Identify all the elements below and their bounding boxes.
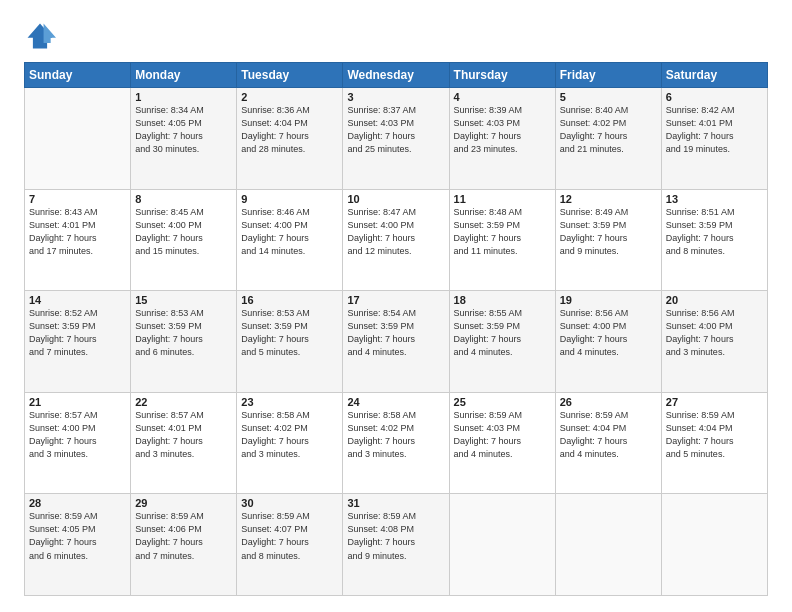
calendar-cell: 18Sunrise: 8:55 AM Sunset: 3:59 PM Dayli… <box>449 291 555 393</box>
day-info: Sunrise: 8:49 AM Sunset: 3:59 PM Dayligh… <box>560 206 657 258</box>
calendar-cell: 31Sunrise: 8:59 AM Sunset: 4:08 PM Dayli… <box>343 494 449 596</box>
calendar-cell: 23Sunrise: 8:58 AM Sunset: 4:02 PM Dayli… <box>237 392 343 494</box>
col-header-saturday: Saturday <box>661 63 767 88</box>
day-info: Sunrise: 8:48 AM Sunset: 3:59 PM Dayligh… <box>454 206 551 258</box>
day-number: 18 <box>454 294 551 306</box>
day-number: 3 <box>347 91 444 103</box>
calendar-header-row: SundayMondayTuesdayWednesdayThursdayFrid… <box>25 63 768 88</box>
day-number: 23 <box>241 396 338 408</box>
calendar-cell: 15Sunrise: 8:53 AM Sunset: 3:59 PM Dayli… <box>131 291 237 393</box>
col-header-sunday: Sunday <box>25 63 131 88</box>
day-number: 6 <box>666 91 763 103</box>
day-info: Sunrise: 8:56 AM Sunset: 4:00 PM Dayligh… <box>560 307 657 359</box>
calendar-cell: 26Sunrise: 8:59 AM Sunset: 4:04 PM Dayli… <box>555 392 661 494</box>
calendar-cell <box>661 494 767 596</box>
day-number: 1 <box>135 91 232 103</box>
calendar-cell: 3Sunrise: 8:37 AM Sunset: 4:03 PM Daylig… <box>343 88 449 190</box>
calendar-cell: 12Sunrise: 8:49 AM Sunset: 3:59 PM Dayli… <box>555 189 661 291</box>
day-number: 2 <box>241 91 338 103</box>
day-number: 8 <box>135 193 232 205</box>
day-number: 17 <box>347 294 444 306</box>
calendar-cell: 2Sunrise: 8:36 AM Sunset: 4:04 PM Daylig… <box>237 88 343 190</box>
col-header-monday: Monday <box>131 63 237 88</box>
header <box>24 20 768 52</box>
day-info: Sunrise: 8:57 AM Sunset: 4:00 PM Dayligh… <box>29 409 126 461</box>
col-header-friday: Friday <box>555 63 661 88</box>
day-number: 7 <box>29 193 126 205</box>
logo <box>24 20 62 52</box>
day-info: Sunrise: 8:34 AM Sunset: 4:05 PM Dayligh… <box>135 104 232 156</box>
calendar-cell: 9Sunrise: 8:46 AM Sunset: 4:00 PM Daylig… <box>237 189 343 291</box>
calendar-cell: 7Sunrise: 8:43 AM Sunset: 4:01 PM Daylig… <box>25 189 131 291</box>
day-number: 28 <box>29 497 126 509</box>
calendar-table: SundayMondayTuesdayWednesdayThursdayFrid… <box>24 62 768 596</box>
day-info: Sunrise: 8:42 AM Sunset: 4:01 PM Dayligh… <box>666 104 763 156</box>
day-info: Sunrise: 8:39 AM Sunset: 4:03 PM Dayligh… <box>454 104 551 156</box>
calendar-cell: 1Sunrise: 8:34 AM Sunset: 4:05 PM Daylig… <box>131 88 237 190</box>
week-row-5: 28Sunrise: 8:59 AM Sunset: 4:05 PM Dayli… <box>25 494 768 596</box>
day-number: 5 <box>560 91 657 103</box>
calendar-cell: 13Sunrise: 8:51 AM Sunset: 3:59 PM Dayli… <box>661 189 767 291</box>
calendar-cell: 10Sunrise: 8:47 AM Sunset: 4:00 PM Dayli… <box>343 189 449 291</box>
day-number: 11 <box>454 193 551 205</box>
calendar-cell: 16Sunrise: 8:53 AM Sunset: 3:59 PM Dayli… <box>237 291 343 393</box>
day-number: 25 <box>454 396 551 408</box>
day-info: Sunrise: 8:40 AM Sunset: 4:02 PM Dayligh… <box>560 104 657 156</box>
day-info: Sunrise: 8:53 AM Sunset: 3:59 PM Dayligh… <box>241 307 338 359</box>
day-info: Sunrise: 8:51 AM Sunset: 3:59 PM Dayligh… <box>666 206 763 258</box>
day-number: 24 <box>347 396 444 408</box>
day-number: 27 <box>666 396 763 408</box>
week-row-2: 7Sunrise: 8:43 AM Sunset: 4:01 PM Daylig… <box>25 189 768 291</box>
week-row-3: 14Sunrise: 8:52 AM Sunset: 3:59 PM Dayli… <box>25 291 768 393</box>
calendar-cell: 30Sunrise: 8:59 AM Sunset: 4:07 PM Dayli… <box>237 494 343 596</box>
page: SundayMondayTuesdayWednesdayThursdayFrid… <box>0 0 792 612</box>
day-info: Sunrise: 8:53 AM Sunset: 3:59 PM Dayligh… <box>135 307 232 359</box>
calendar-cell: 21Sunrise: 8:57 AM Sunset: 4:00 PM Dayli… <box>25 392 131 494</box>
day-number: 26 <box>560 396 657 408</box>
calendar-cell: 27Sunrise: 8:59 AM Sunset: 4:04 PM Dayli… <box>661 392 767 494</box>
calendar-cell: 24Sunrise: 8:58 AM Sunset: 4:02 PM Dayli… <box>343 392 449 494</box>
day-info: Sunrise: 8:59 AM Sunset: 4:03 PM Dayligh… <box>454 409 551 461</box>
calendar-cell: 22Sunrise: 8:57 AM Sunset: 4:01 PM Dayli… <box>131 392 237 494</box>
day-info: Sunrise: 8:43 AM Sunset: 4:01 PM Dayligh… <box>29 206 126 258</box>
calendar-cell: 8Sunrise: 8:45 AM Sunset: 4:00 PM Daylig… <box>131 189 237 291</box>
col-header-wednesday: Wednesday <box>343 63 449 88</box>
day-info: Sunrise: 8:59 AM Sunset: 4:07 PM Dayligh… <box>241 510 338 562</box>
day-number: 12 <box>560 193 657 205</box>
day-info: Sunrise: 8:37 AM Sunset: 4:03 PM Dayligh… <box>347 104 444 156</box>
day-number: 31 <box>347 497 444 509</box>
day-number: 10 <box>347 193 444 205</box>
day-number: 16 <box>241 294 338 306</box>
col-header-tuesday: Tuesday <box>237 63 343 88</box>
day-number: 29 <box>135 497 232 509</box>
day-number: 19 <box>560 294 657 306</box>
week-row-1: 1Sunrise: 8:34 AM Sunset: 4:05 PM Daylig… <box>25 88 768 190</box>
calendar-cell: 20Sunrise: 8:56 AM Sunset: 4:00 PM Dayli… <box>661 291 767 393</box>
day-number: 21 <box>29 396 126 408</box>
day-info: Sunrise: 8:45 AM Sunset: 4:00 PM Dayligh… <box>135 206 232 258</box>
calendar-cell: 28Sunrise: 8:59 AM Sunset: 4:05 PM Dayli… <box>25 494 131 596</box>
day-info: Sunrise: 8:58 AM Sunset: 4:02 PM Dayligh… <box>241 409 338 461</box>
col-header-thursday: Thursday <box>449 63 555 88</box>
calendar-cell: 6Sunrise: 8:42 AM Sunset: 4:01 PM Daylig… <box>661 88 767 190</box>
day-info: Sunrise: 8:54 AM Sunset: 3:59 PM Dayligh… <box>347 307 444 359</box>
day-info: Sunrise: 8:47 AM Sunset: 4:00 PM Dayligh… <box>347 206 444 258</box>
day-info: Sunrise: 8:55 AM Sunset: 3:59 PM Dayligh… <box>454 307 551 359</box>
calendar-cell: 25Sunrise: 8:59 AM Sunset: 4:03 PM Dayli… <box>449 392 555 494</box>
day-info: Sunrise: 8:56 AM Sunset: 4:00 PM Dayligh… <box>666 307 763 359</box>
day-info: Sunrise: 8:59 AM Sunset: 4:06 PM Dayligh… <box>135 510 232 562</box>
calendar-cell: 19Sunrise: 8:56 AM Sunset: 4:00 PM Dayli… <box>555 291 661 393</box>
week-row-4: 21Sunrise: 8:57 AM Sunset: 4:00 PM Dayli… <box>25 392 768 494</box>
day-number: 15 <box>135 294 232 306</box>
day-number: 4 <box>454 91 551 103</box>
day-number: 30 <box>241 497 338 509</box>
day-number: 9 <box>241 193 338 205</box>
day-number: 22 <box>135 396 232 408</box>
day-number: 13 <box>666 193 763 205</box>
calendar-cell: 5Sunrise: 8:40 AM Sunset: 4:02 PM Daylig… <box>555 88 661 190</box>
day-info: Sunrise: 8:59 AM Sunset: 4:08 PM Dayligh… <box>347 510 444 562</box>
day-number: 14 <box>29 294 126 306</box>
day-number: 20 <box>666 294 763 306</box>
logo-icon <box>24 20 56 52</box>
day-info: Sunrise: 8:52 AM Sunset: 3:59 PM Dayligh… <box>29 307 126 359</box>
